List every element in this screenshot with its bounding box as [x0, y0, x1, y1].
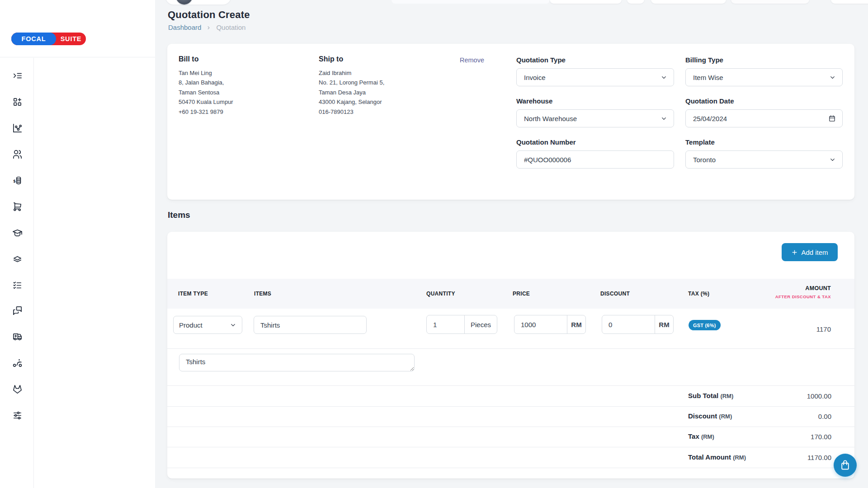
- th-item-type: ITEM TYPE: [178, 291, 208, 297]
- sidebar-item-coins-icon[interactable]: $: [12, 175, 23, 186]
- row-divider: [167, 468, 854, 468]
- row-divider: [167, 385, 854, 386]
- sidebar-item-adjustments-icon[interactable]: [12, 410, 23, 421]
- breadcrumb-dashboard-link[interactable]: Dashboard: [168, 23, 201, 31]
- bill-to-line: +60 19-321 9879: [179, 107, 233, 117]
- quotation-type-value: Invoice: [524, 74, 546, 81]
- sidebar-item-delivery-truck-icon[interactable]: [12, 332, 23, 342]
- th-amount-subheader: AFTER DISCOUNT & TAX: [775, 294, 831, 299]
- sidebar-item-stack-icon[interactable]: [12, 254, 23, 264]
- ship-to-address: Zaid Ibrahim No. 21, Lorong Permai 5, Ta…: [319, 68, 384, 117]
- sidebar-item-messages-icon[interactable]: [12, 305, 23, 316]
- chevron-down-icon: [660, 74, 667, 81]
- sidebar-item-list-check-icon[interactable]: [12, 280, 23, 291]
- discount-currency-addon: RM: [655, 315, 673, 333]
- add-item-button[interactable]: Add item: [782, 243, 838, 261]
- row-divider: [167, 348, 854, 349]
- topbar-button-4[interactable]: [731, 0, 809, 4]
- topbar-user-pill[interactable]: [165, 0, 231, 5]
- tax-total-label: Tax (RM): [688, 432, 714, 440]
- discount-total-label: Discount (RM): [688, 412, 732, 420]
- warehouse-value: North Warehouse: [524, 115, 577, 122]
- ship-to-line: Zaid Ibrahim: [319, 68, 384, 78]
- sidebar-icon-rail: $: [0, 58, 34, 488]
- item-description-textarea[interactable]: Tshirts: [179, 354, 415, 371]
- item-type-select[interactable]: Product: [173, 316, 242, 334]
- topbar-search-input[interactable]: [392, 0, 550, 4]
- sidebar: FOCAL SUITE $: [0, 0, 155, 488]
- sidebar-item-school-icon[interactable]: [12, 228, 23, 238]
- discount-total-value: 0.00: [818, 413, 831, 420]
- quotation-type-label: Quotation Type: [516, 56, 674, 64]
- quotation-date-value: 25/04/2024: [693, 115, 727, 122]
- topbar-button-3[interactable]: [651, 0, 726, 4]
- template-label: Template: [685, 138, 843, 146]
- breadcrumb: Dashboard Quotation: [168, 23, 245, 31]
- bill-to-heading: Bill to: [179, 55, 198, 63]
- items-table-header: ITEM TYPE ITEMS QUANTITY PRICE DISCOUNT …: [167, 279, 854, 309]
- ship-to-line: No. 21, Lorong Permai 5,: [319, 78, 384, 87]
- sidebar-item-users-icon[interactable]: [12, 149, 23, 160]
- template-value: Toronto: [693, 156, 716, 164]
- subtotal-label: Sub Total (RM): [688, 392, 733, 399]
- brand-logo[interactable]: FOCAL SUITE: [11, 33, 86, 45]
- calendar-icon[interactable]: [828, 115, 836, 122]
- topbar-button-1[interactable]: [550, 0, 622, 4]
- page-title: Quotation Create: [168, 9, 250, 21]
- total-amount-label: Total Amount (RM): [688, 453, 746, 461]
- breadcrumb-current: Quotation: [216, 23, 245, 31]
- quotation-date-label: Quotation Date: [685, 97, 843, 105]
- ship-to-line: 016-7890123: [319, 107, 384, 117]
- quotation-type-select[interactable]: Invoice: [516, 68, 674, 86]
- warehouse-select[interactable]: North Warehouse: [516, 109, 674, 127]
- sidebar-item-chart-dots-icon[interactable]: [12, 123, 23, 133]
- chevron-down-icon: [829, 74, 836, 81]
- brand-logo-focal: FOCAL: [11, 33, 56, 45]
- billing-type-select[interactable]: Item Wise: [685, 68, 843, 86]
- billing-type-value: Item Wise: [693, 74, 723, 81]
- price-input[interactable]: [514, 315, 567, 333]
- quotation-number-input[interactable]: [516, 150, 674, 169]
- quotation-number-label: Quotation Number: [516, 138, 674, 146]
- sidebar-item-menu-indent-icon[interactable]: [12, 70, 23, 81]
- th-amount: AMOUNT AFTER DISCOUNT & TAX: [775, 285, 831, 299]
- sidebar-item-cart-icon[interactable]: [12, 202, 23, 212]
- billing-card: Bill to Tan Mei Ling 8, Jalan Bahagia, T…: [167, 44, 854, 200]
- cart-fab-button[interactable]: [834, 454, 857, 477]
- bill-to-line: 50470 Kuala Lumpur: [179, 97, 233, 107]
- th-items: ITEMS: [254, 291, 271, 297]
- items-section-heading: Items: [168, 210, 190, 220]
- subtotal-value: 1000.00: [807, 392, 831, 400]
- sidebar-item-cyclist-icon[interactable]: [12, 358, 23, 368]
- sidebar-item-gitlab-icon[interactable]: [12, 384, 23, 394]
- sidebar-header: FOCAL SUITE: [0, 0, 155, 57]
- bill-to-address: Tan Mei Ling 8, Jalan Bahagia, Taman Sen…: [179, 68, 233, 117]
- quantity-group: Pieces: [426, 315, 497, 334]
- th-quantity: QUANTITY: [426, 291, 455, 297]
- chevron-down-icon: [660, 115, 667, 122]
- th-discount: DISCOUNT: [600, 291, 630, 297]
- topbar-button-5[interactable]: [831, 0, 868, 4]
- discount-input[interactable]: [602, 315, 655, 333]
- billing-type-label: Billing Type: [685, 56, 843, 64]
- quotation-date-input[interactable]: 25/04/2024: [685, 109, 843, 127]
- bill-to-line: 8, Jalan Bahagia,: [179, 78, 233, 87]
- sidebar-item-dashboard-grid-icon[interactable]: [12, 97, 23, 107]
- price-group: RM: [514, 315, 586, 334]
- item-name-input[interactable]: [254, 316, 367, 334]
- topbar-button-2[interactable]: [627, 0, 644, 4]
- chevron-right-icon: [206, 25, 211, 30]
- tax-badge[interactable]: GST (6%): [689, 320, 721, 330]
- brand-logo-suite: SUITE: [56, 33, 86, 45]
- warehouse-label: Warehouse: [516, 97, 674, 105]
- th-tax: TAX (%): [688, 291, 709, 297]
- total-amount-value: 1170.00: [807, 454, 831, 461]
- ship-to-line: 43000 Kajang, Selangor: [319, 97, 384, 107]
- row-divider: [167, 427, 854, 427]
- template-select[interactable]: Toronto: [685, 150, 843, 169]
- bill-to-line: Taman Sentosa: [179, 88, 233, 97]
- chevron-down-icon: [230, 322, 236, 328]
- shopping-bag-icon: [839, 459, 851, 471]
- remove-link[interactable]: Remove: [460, 56, 484, 64]
- quantity-input[interactable]: [427, 315, 464, 333]
